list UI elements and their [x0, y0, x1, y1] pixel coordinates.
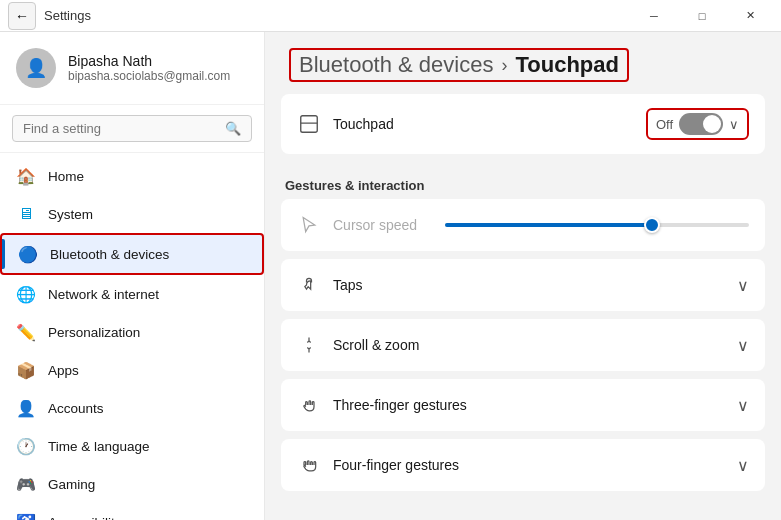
titlebar-left: ← Settings — [8, 2, 91, 30]
taps-icon — [297, 273, 321, 297]
cursor-speed-label: Cursor speed — [333, 217, 433, 233]
toggle-state-label: Off — [656, 117, 673, 132]
network-icon: 🌐 — [16, 284, 36, 304]
sidebar-item-label: Apps — [48, 363, 79, 378]
three-finger-icon — [297, 393, 321, 417]
svg-rect-0 — [301, 116, 318, 133]
user-name: Bipasha Nath — [68, 53, 230, 69]
three-finger-label: Three-finger gestures — [333, 397, 725, 413]
sidebar-item-bluetooth[interactable]: 🔵 Bluetooth & devices — [0, 233, 264, 275]
touchpad-row: Touchpad Off ∨ — [281, 94, 765, 154]
scroll-zoom-label: Scroll & zoom — [333, 337, 725, 353]
sidebar-item-accounts[interactable]: 👤 Accounts — [0, 389, 264, 427]
sidebar-item-gaming[interactable]: 🎮 Gaming — [0, 465, 264, 503]
back-icon: ← — [15, 8, 29, 24]
search-container: 🔍 — [0, 105, 264, 153]
time-icon: 🕐 — [16, 436, 36, 456]
user-email: bipasha.sociolabs@gmail.com — [68, 69, 230, 83]
three-finger-row[interactable]: Three-finger gestures ∨ — [281, 379, 765, 431]
breadcrumb-current: Touchpad — [515, 52, 618, 78]
nav-list: 🏠 Home 🖥 System 🔵 Bluetooth & devices 🌐 … — [0, 153, 264, 520]
slider-fill — [445, 223, 652, 227]
four-finger-icon — [297, 453, 321, 477]
cursor-speed-card: Cursor speed — [281, 199, 765, 251]
main-container: 👤 Bipasha Nath bipasha.sociolabs@gmail.c… — [0, 32, 781, 520]
personalization-icon: ✏️ — [16, 322, 36, 342]
user-info: Bipasha Nath bipasha.sociolabs@gmail.com — [68, 53, 230, 83]
cursor-icon — [297, 213, 321, 237]
scroll-zoom-card: Scroll & zoom ∨ — [281, 319, 765, 371]
window-controls: ─ □ ✕ — [631, 0, 773, 32]
apps-icon: 📦 — [16, 360, 36, 380]
four-finger-label: Four-finger gestures — [333, 457, 725, 473]
titlebar-title: Settings — [44, 8, 91, 23]
avatar-icon: 👤 — [25, 57, 47, 79]
breadcrumb-separator: › — [501, 55, 507, 76]
sidebar-item-system[interactable]: 🖥 System — [0, 195, 264, 233]
slider-thumb[interactable] — [644, 217, 660, 233]
toggle-chevron-icon[interactable]: ∨ — [729, 117, 739, 132]
taps-chevron-icon: ∨ — [737, 276, 749, 295]
taps-row[interactable]: Taps ∨ — [281, 259, 765, 311]
sidebar-item-network[interactable]: 🌐 Network & internet — [0, 275, 264, 313]
breadcrumb-header: Bluetooth & devices › Touchpad — [265, 32, 781, 94]
three-finger-chevron-icon: ∨ — [737, 396, 749, 415]
sidebar-item-label: Bluetooth & devices — [50, 247, 169, 262]
user-profile[interactable]: 👤 Bipasha Nath bipasha.sociolabs@gmail.c… — [0, 32, 264, 105]
cursor-speed-row: Cursor speed — [281, 199, 765, 251]
accounts-icon: 👤 — [16, 398, 36, 418]
content-area: Bluetooth & devices › Touchpad Touchpad — [265, 32, 781, 520]
scroll-zoom-row[interactable]: Scroll & zoom ∨ — [281, 319, 765, 371]
toggle-track — [679, 113, 723, 135]
sidebar: 👤 Bipasha Nath bipasha.sociolabs@gmail.c… — [0, 32, 265, 520]
close-button[interactable]: ✕ — [727, 0, 773, 32]
search-icon: 🔍 — [225, 121, 241, 136]
gaming-icon: 🎮 — [16, 474, 36, 494]
sidebar-item-label: Time & language — [48, 439, 150, 454]
search-box[interactable]: 🔍 — [12, 115, 252, 142]
accessibility-icon: ♿ — [16, 512, 36, 520]
scroll-zoom-chevron-icon: ∨ — [737, 336, 749, 355]
sidebar-item-label: Home — [48, 169, 84, 184]
touchpad-toggle-container[interactable]: Off ∨ — [646, 108, 749, 140]
four-finger-chevron-icon: ∨ — [737, 456, 749, 475]
settings-content: Touchpad Off ∨ Gestures & interaction — [265, 94, 781, 515]
four-finger-card: Four-finger gestures ∨ — [281, 439, 765, 491]
titlebar: ← Settings ─ □ ✕ — [0, 0, 781, 32]
taps-label: Taps — [333, 277, 725, 293]
scroll-zoom-icon — [297, 333, 321, 357]
three-finger-card: Three-finger gestures ∨ — [281, 379, 765, 431]
back-button[interactable]: ← — [8, 2, 36, 30]
sidebar-item-personalization[interactable]: ✏️ Personalization — [0, 313, 264, 351]
toggle-thumb — [703, 115, 721, 133]
search-input[interactable] — [23, 121, 219, 136]
cursor-speed-slider[interactable] — [445, 223, 749, 227]
sidebar-item-label: Network & internet — [48, 287, 159, 302]
breadcrumb-parent: Bluetooth & devices — [299, 52, 493, 78]
gestures-section-header: Gestures & interaction — [281, 162, 765, 199]
system-icon: 🖥 — [16, 204, 36, 224]
maximize-button[interactable]: □ — [679, 0, 725, 32]
bluetooth-icon: 🔵 — [18, 244, 38, 264]
sidebar-item-label: Accounts — [48, 401, 104, 416]
sidebar-item-label: System — [48, 207, 93, 222]
sidebar-item-accessibility[interactable]: ♿ Accessibility — [0, 503, 264, 520]
taps-card: Taps ∨ — [281, 259, 765, 311]
sidebar-item-label: Gaming — [48, 477, 95, 492]
home-icon: 🏠 — [16, 166, 36, 186]
sidebar-item-label: Accessibility — [48, 515, 122, 521]
touchpad-card: Touchpad Off ∨ — [281, 94, 765, 154]
touchpad-icon — [297, 112, 321, 136]
avatar: 👤 — [16, 48, 56, 88]
sidebar-item-label: Personalization — [48, 325, 140, 340]
touchpad-label: Touchpad — [333, 116, 634, 132]
minimize-button[interactable]: ─ — [631, 0, 677, 32]
touchpad-toggle[interactable] — [679, 113, 723, 135]
sidebar-item-apps[interactable]: 📦 Apps — [0, 351, 264, 389]
sidebar-item-time[interactable]: 🕐 Time & language — [0, 427, 264, 465]
sidebar-item-home[interactable]: 🏠 Home — [0, 157, 264, 195]
four-finger-row[interactable]: Four-finger gestures ∨ — [281, 439, 765, 491]
